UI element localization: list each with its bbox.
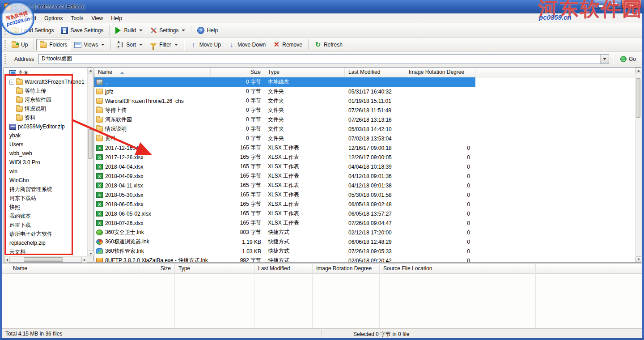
file-row[interactable]: 资料 0 字节 文件夹 07/02/18 13:53:04 bbox=[94, 134, 475, 143]
build-dropdown-icon[interactable] bbox=[139, 30, 143, 31]
output-column-size[interactable]: Size bbox=[139, 264, 175, 274]
refresh-button[interactable]: Refresh bbox=[311, 39, 346, 51]
output-column-last-modified[interactable]: Last Modified bbox=[254, 264, 313, 274]
file-row[interactable]: .. 0 字节 本地磁盘 bbox=[94, 77, 475, 87]
file-row[interactable]: 360软件管家.lnk 1.03 KB 快捷方式 07/26/18 09:05:… bbox=[94, 246, 475, 256]
menu-item[interactable]: View bbox=[87, 14, 107, 23]
output-column-name[interactable]: Name bbox=[2, 264, 139, 274]
output-column-source-location[interactable]: Source File Location bbox=[380, 264, 536, 274]
move-down-button[interactable]: Move Down bbox=[225, 39, 269, 51]
menu-item[interactable]: Tools bbox=[67, 14, 87, 23]
help-button[interactable]: Help bbox=[194, 25, 221, 36]
close-button[interactable] bbox=[622, 0, 641, 9]
column-header-last-modified[interactable]: Last Modified bbox=[345, 68, 405, 77]
file-row[interactable]: 2018-04-09.xlsx 165 字节 XLSX 工作表 04/12/18… bbox=[94, 171, 475, 181]
filter-button[interactable]: Filter bbox=[146, 39, 182, 51]
file-row[interactable]: 等待上传 0 字节 文件夹 07/26/18 11:51:48 bbox=[94, 106, 475, 115]
toolbar-grip[interactable] bbox=[4, 26, 6, 35]
file-row[interactable]: 2018-06-05.xlsx 165 字节 XLSX 工作表 06/05/18… bbox=[94, 200, 475, 209]
scroll-left-button[interactable] bbox=[4, 257, 10, 263]
file-list-vertical-scrollbar[interactable] bbox=[635, 68, 641, 262]
scroll-up-button[interactable] bbox=[88, 68, 93, 73]
tree-item[interactable]: pc0359MyEditor.zip bbox=[4, 122, 87, 131]
save-settings-button[interactable]: Save Settings bbox=[57, 25, 107, 36]
file-row[interactable]: 2018-04-04.xlsx 165 字节 XLSX 工作表 04/04/18… bbox=[94, 162, 475, 171]
column-header-name[interactable]: Name bbox=[94, 68, 211, 77]
toolbar-grip[interactable] bbox=[4, 54, 6, 64]
views-dropdown-icon[interactable] bbox=[101, 44, 105, 46]
tree-item[interactable]: WinGho bbox=[4, 176, 87, 185]
minimize-button[interactable] bbox=[594, 0, 607, 9]
tree-item[interactable]: wbb_web bbox=[4, 149, 87, 158]
tree-item[interactable]: 得力商贸管理系统 bbox=[4, 185, 87, 194]
up-button[interactable]: Up bbox=[8, 39, 31, 51]
remove-button[interactable]: Remove bbox=[269, 39, 306, 51]
menu-item[interactable]: Help bbox=[107, 14, 126, 23]
file-row[interactable]: 情况说明 0 字节 文件夹 05/03/18 14:42:10 bbox=[94, 124, 475, 134]
tree-item[interactable]: 诊所电子处方软件 bbox=[4, 230, 87, 238]
tree-item[interactable]: WIDI 3.0 Pro bbox=[4, 158, 87, 167]
tree-item[interactable]: Users bbox=[4, 140, 87, 149]
column-header-size[interactable]: Size bbox=[211, 68, 264, 77]
menu-item[interactable]: File bbox=[4, 14, 20, 23]
file-row[interactable]: 2018-05-30.xlsx 165 字节 XLSX 工作表 05/30/18… bbox=[94, 190, 475, 200]
address-input[interactable]: D:\tools\桌面 bbox=[38, 54, 609, 64]
scroll-down-button[interactable] bbox=[636, 256, 641, 262]
file-modified: 04/04/18 10:18:39 bbox=[345, 164, 405, 170]
tree-item[interactable]: 河东软件园 bbox=[4, 95, 87, 104]
settings-dropdown-icon[interactable] bbox=[182, 30, 185, 31]
tree-item[interactable]: win bbox=[4, 167, 87, 176]
filter-dropdown-icon[interactable] bbox=[174, 44, 178, 46]
tree-item[interactable]: 云文档 bbox=[4, 247, 87, 256]
file-row[interactable]: 2017-12-26.xlsx 165 字节 XLSX 工作表 12/26/17… bbox=[94, 153, 475, 162]
menu-item[interactable]: Build bbox=[20, 14, 40, 23]
column-header-type[interactable]: Type bbox=[264, 68, 345, 77]
settings-button[interactable]: Settings bbox=[146, 25, 189, 36]
file-row[interactable]: 2018-07-26.xlsx 165 字节 XLSX 工作表 07/26/18… bbox=[94, 218, 475, 228]
file-row[interactable]: 8UFTP 3.8.2.0 XiaZaiBa.exe - 快捷方式.lnk 99… bbox=[94, 256, 475, 262]
scroll-right-button[interactable] bbox=[81, 257, 87, 263]
toolbar-grip[interactable] bbox=[4, 40, 6, 50]
scroll-thumb[interactable] bbox=[24, 257, 63, 262]
scroll-thumb[interactable] bbox=[636, 78, 640, 118]
tree-item[interactable]: 快照 bbox=[4, 203, 87, 212]
menu-item[interactable]: Options bbox=[40, 14, 67, 23]
file-row[interactable]: 河东软件园 0 字节 文件夹 07/26/18 13:13:16 bbox=[94, 115, 475, 124]
tree-item[interactable]: Warcraft3FrozenThrone1 bbox=[4, 77, 87, 86]
file-row[interactable]: jpfz 0 字节 文件夹 05/31/17 16:40:32 bbox=[94, 87, 475, 96]
scroll-thumb[interactable] bbox=[88, 129, 93, 159]
folders-toggle-button[interactable]: Folders bbox=[36, 39, 71, 51]
go-button[interactable]: Go bbox=[617, 53, 640, 65]
output-column-type[interactable]: Type bbox=[175, 264, 254, 274]
tree-item[interactable]: 迅雷下载 bbox=[4, 221, 87, 230]
file-row[interactable]: Warcraft3FrozenThrone1.26_chs 0 字节 文件夹 0… bbox=[94, 96, 475, 106]
build-button[interactable]: Build bbox=[112, 25, 146, 36]
tree-item[interactable]: 情况说明 bbox=[4, 104, 87, 113]
output-column-rotation[interactable]: Image Rotation Degree bbox=[313, 264, 380, 274]
tree-item[interactable]: 等待上传 bbox=[4, 86, 87, 95]
scroll-up-button[interactable] bbox=[636, 68, 641, 73]
file-row[interactable]: 2018-06-05-02.xlsx 165 字节 XLSX 工作表 06/05… bbox=[94, 209, 475, 218]
tree-expander-icon[interactable] bbox=[9, 80, 14, 85]
scroll-down-button[interactable] bbox=[88, 251, 93, 256]
tree-item[interactable]: replacehelp.zip bbox=[4, 238, 87, 247]
tree-vertical-scrollbar[interactable] bbox=[87, 68, 93, 256]
tree-item[interactable]: 桌面 bbox=[4, 68, 87, 77]
file-row[interactable]: 2017-12-16.xlsx 165 字节 XLSX 工作表 12/16/17… bbox=[94, 143, 475, 153]
file-row[interactable]: 360极速浏览器.lnk 1.19 KB 快捷方式 06/06/18 12:48… bbox=[94, 237, 475, 246]
file-row[interactable]: 360安全卫士.lnk 803 字节 快捷方式 02/12/18 17:20:0… bbox=[94, 228, 475, 237]
sort-button[interactable]: Sort bbox=[113, 39, 146, 51]
tree-horizontal-scrollbar[interactable] bbox=[4, 256, 87, 262]
tree-item[interactable]: ybak bbox=[4, 131, 87, 140]
column-header-rotation[interactable]: Image Rotation Degree bbox=[405, 68, 475, 77]
sort-dropdown-icon[interactable] bbox=[139, 44, 143, 46]
tree-item[interactable]: 河东下载站 bbox=[4, 194, 87, 203]
file-row[interactable]: 2018-04-11.xlsx 165 字节 XLSX 工作表 04/12/18… bbox=[94, 181, 475, 190]
address-dropdown-button[interactable] bbox=[600, 55, 609, 64]
tree-item[interactable]: 资料 bbox=[4, 113, 87, 122]
load-settings-button[interactable]: Load Settings bbox=[8, 25, 57, 36]
tree-item[interactable]: 我的账本 bbox=[4, 212, 87, 221]
move-up-button[interactable]: Move Up bbox=[186, 39, 225, 51]
views-button[interactable]: Views bbox=[71, 39, 108, 51]
maximize-button[interactable] bbox=[608, 0, 621, 9]
